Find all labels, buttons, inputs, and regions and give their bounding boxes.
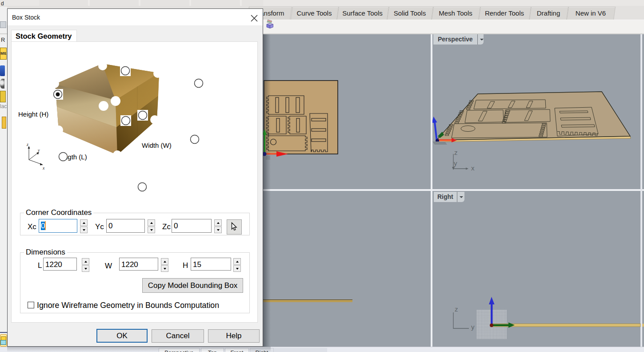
svg-text:Height (H): Height (H) (18, 110, 48, 118)
svg-text:z: z (455, 305, 458, 313)
svg-text:y: y (471, 323, 475, 331)
svg-text:z: z (454, 149, 458, 156)
svg-text:Width (W): Width (W) (142, 142, 172, 149)
svg-text:z: z (26, 142, 28, 147)
svg-text:y: y (37, 148, 40, 153)
svg-text:y: y (454, 159, 457, 167)
svg-text:x: x (42, 166, 45, 170)
svg-text:x: x (471, 164, 475, 172)
